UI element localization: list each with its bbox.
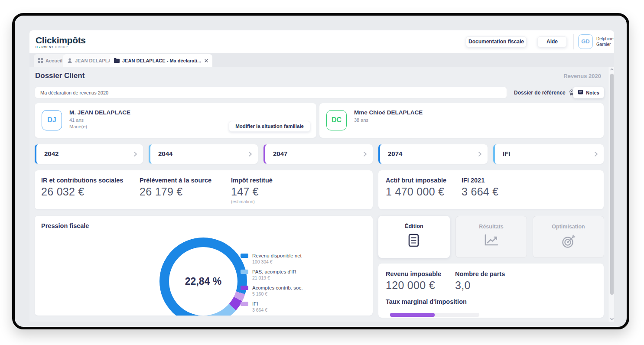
brand-subtitle: H▲RVEST GROUP: [36, 46, 86, 49]
edition-button[interactable]: Édition: [378, 216, 450, 258]
form-card-2042[interactable]: 2042: [35, 144, 143, 164]
chevron-right-icon: [363, 151, 367, 157]
legend-swatch: [241, 270, 248, 274]
legend-swatch: [241, 286, 248, 290]
target-icon: [561, 234, 576, 249]
tab-label: JEAN DELAPLACE - Ma déclarati...: [122, 58, 201, 63]
folder-icon: [114, 58, 120, 63]
scrollbar-thumb[interactable]: [610, 74, 614, 295]
app-window: Clickimpôts H▲RVEST GROUP Documentation …: [29, 30, 614, 322]
scroll-down-icon[interactable]: [610, 318, 614, 320]
app-header: Clickimpôts H▲RVEST GROUP Documentation …: [29, 30, 614, 53]
tab-bar: Accueil JEAN DELAPLACE JEAN DELAPLACE -: [29, 53, 614, 67]
dashboard-icon: [38, 58, 43, 63]
legend-item: Acomptes contrib. soc. 5 160 €: [241, 285, 302, 296]
tmi-title: Taux marginal d'imposition: [386, 298, 467, 305]
donut-hole: 22,84 %: [169, 247, 237, 316]
stat-prelevement-source: Prélèvement à la source 26 179 €: [140, 177, 211, 198]
tab-accueil[interactable]: Accueil: [34, 54, 67, 67]
form-card-2047[interactable]: 2047: [263, 144, 373, 164]
chevron-right-icon: [594, 151, 598, 157]
resultats-button[interactable]: Résultats: [455, 216, 527, 258]
client-info: M. JEAN DELAPLACE 41 ans Marié(e): [69, 109, 130, 130]
client-name: Mme Chloé DELAPLACE: [354, 109, 423, 116]
client-age: 41 ans: [69, 117, 130, 124]
brand-logo: Clickimpôts H▲RVEST GROUP: [36, 35, 86, 49]
optimisation-button[interactable]: Optimisation: [533, 216, 604, 258]
notes-button[interactable]: Notes: [573, 87, 604, 98]
scroll-up-icon[interactable]: [610, 68, 614, 71]
close-icon[interactable]: [205, 59, 208, 62]
client-card-chloe: DC Mme Chloé DELAPLACE 38 ans: [319, 103, 604, 138]
aide-button[interactable]: Aide: [537, 36, 567, 47]
pression-fiscale-card: Pression fiscale 22,84 % Revenu disponib…: [35, 216, 373, 316]
device-frame: Clickimpôts H▲RVEST GROUP Documentation …: [12, 13, 629, 329]
form-card-2074[interactable]: 2074: [378, 144, 488, 164]
chevron-right-icon: [478, 151, 482, 157]
chart-legend: Revenu disponible net 100 304 € PAS, aco…: [241, 253, 302, 316]
dossier-reference-label: Dossier de référence: [514, 90, 566, 96]
notebook-icon: [407, 233, 421, 248]
notes-label: Notes: [586, 90, 599, 95]
tmi-progress-fill: [390, 313, 435, 317]
user-name: Delphine Garnier: [596, 36, 613, 47]
user-avatar[interactable]: GD: [578, 34, 593, 49]
screenshot-stage: Clickimpôts H▲RVEST GROUP Documentation …: [0, 0, 644, 345]
tab-label: Accueil: [46, 58, 62, 63]
modify-family-situation-button[interactable]: Modifier la situation familiale: [229, 121, 310, 132]
chart-title: Pression fiscale: [41, 222, 89, 229]
stat-nombre-parts: Nombre de parts 3,0: [455, 270, 505, 292]
chevron-right-icon: [133, 151, 137, 157]
stat-ir-contributions: IR et contributions sociales 26 032 €: [41, 177, 123, 198]
main-content: Dossier Client Revenus 2020 Dossier de r…: [29, 67, 614, 322]
avatar: DC: [326, 110, 347, 130]
legend-swatch: [241, 302, 248, 306]
tmi-progress-bar: [390, 313, 479, 317]
form-label: 2044: [158, 150, 172, 157]
legend-item: IFI 3 664 €: [241, 301, 302, 312]
tax-stats-card: IR et contributions sociales 26 032 € Pr…: [35, 170, 373, 209]
form-label: 2074: [388, 150, 402, 157]
form-card-2044[interactable]: 2044: [149, 144, 258, 164]
legend-item: Revenu disponible net 100 304 €: [241, 253, 302, 264]
brand-name: Clickimpôts: [36, 35, 86, 46]
dossier-reference[interactable]: Dossier de référence: [514, 87, 575, 98]
client-age: 38 ans: [354, 117, 423, 124]
stat-impot-restitue: Impôt restitué 147 € (estimation): [231, 177, 273, 204]
notes-icon: [578, 89, 583, 96]
form-card-ifi[interactable]: IFI: [493, 144, 604, 164]
ifi-stats-card: Actif brut imposable 1 470 000 € IFI 202…: [378, 170, 604, 209]
client-status: Marié(e): [69, 124, 130, 130]
avatar: DJ: [42, 110, 62, 130]
vertical-scrollbar[interactable]: [608, 67, 614, 322]
legend-swatch: [241, 254, 248, 258]
client-name: M. JEAN DELAPLACE: [69, 109, 130, 116]
person-icon: [67, 58, 72, 63]
form-label: 2042: [44, 150, 59, 157]
page-title: Dossier Client: [35, 72, 85, 80]
tab-declaration[interactable]: JEAN DELAPLACE - Ma déclarati...: [110, 54, 212, 67]
chevron-right-icon: [248, 151, 252, 157]
summary-card: Revenu imposable 120 000 € Nombre de par…: [378, 264, 604, 318]
period-label: Revenus 2020: [563, 73, 601, 79]
form-label: 2047: [273, 150, 287, 157]
stat-ifi-2021: IFI 2021 3 664 €: [462, 177, 499, 198]
client-card-jean: DJ M. JEAN DELAPLACE 41 ans Marié(e) Mod…: [35, 103, 316, 138]
documentation-fiscale-button[interactable]: Documentation fiscale: [466, 36, 527, 47]
donut-chart: 22,84 %: [159, 238, 247, 316]
legend-item: PAS, acomptes d'IR 21 019 €: [241, 269, 302, 280]
header-divider: [573, 34, 574, 49]
harvest-triangle-icon: ▲: [38, 46, 42, 49]
stat-actif-brut: Actif brut imposable 1 470 000 €: [386, 177, 446, 198]
stat-revenu-imposable: Revenu imposable 120 000 €: [386, 270, 441, 292]
declaration-title-input[interactable]: [35, 87, 507, 98]
donut-center-label: 22,84 %: [185, 276, 221, 287]
line-chart-icon: [484, 234, 499, 247]
form-label: IFI: [503, 150, 511, 157]
client-info: Mme Chloé DELAPLACE 38 ans: [354, 109, 423, 124]
